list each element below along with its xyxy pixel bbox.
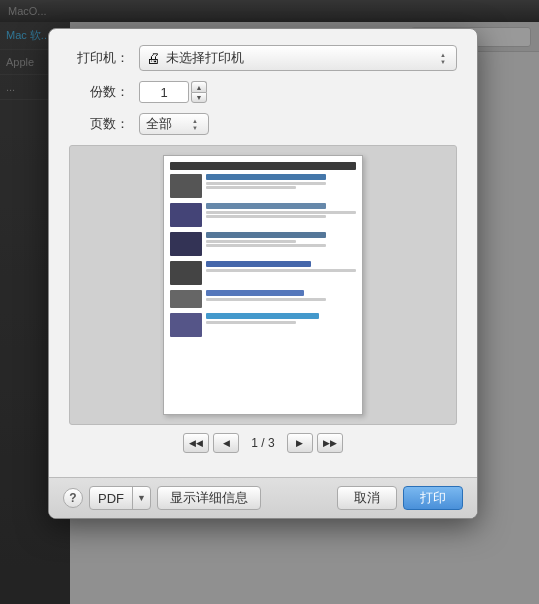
preview-row-4 xyxy=(170,261,356,285)
nav-controls: ◀◀ ◀ 1 / 3 ▶ ▶▶ xyxy=(69,433,457,453)
copies-decrement[interactable]: ▼ xyxy=(191,92,207,103)
preview-title-6 xyxy=(206,313,319,319)
nav-next-icon: ▶ xyxy=(296,438,303,448)
pages-row: 页数： 全部 xyxy=(69,113,457,135)
print-label: 打印 xyxy=(420,490,446,505)
preview-thumb-6 xyxy=(170,313,202,337)
print-dialog: 打印机： 🖨 未选择打印机 份数： ▲ ▼ 页数： 全部 xyxy=(48,28,478,519)
preview-line xyxy=(206,240,296,243)
preview-area xyxy=(69,145,457,425)
pages-select-arrow xyxy=(188,117,202,131)
printer-select-arrow xyxy=(436,51,450,65)
preview-text-4 xyxy=(206,261,356,273)
preview-row-1 xyxy=(170,174,356,198)
preview-thumb-5 xyxy=(170,290,202,308)
cancel-label: 取消 xyxy=(354,490,380,505)
pages-value: 全部 xyxy=(146,115,188,133)
preview-line xyxy=(206,186,296,189)
preview-thumb-3 xyxy=(170,232,202,256)
preview-line xyxy=(206,215,326,218)
preview-page xyxy=(163,155,363,415)
preview-line xyxy=(206,298,326,301)
preview-line xyxy=(206,182,326,185)
nav-last-button[interactable]: ▶▶ xyxy=(317,433,343,453)
pages-selector[interactable]: 全部 xyxy=(139,113,209,135)
preview-title-5 xyxy=(206,290,304,296)
nav-last-icon: ▶▶ xyxy=(323,438,337,448)
preview-title-2 xyxy=(206,203,326,209)
pdf-button-group[interactable]: PDF ▼ xyxy=(89,486,151,510)
copies-label: 份数： xyxy=(69,83,129,101)
nav-first-icon: ◀◀ xyxy=(189,438,203,448)
printer-selector[interactable]: 🖨 未选择打印机 xyxy=(139,45,457,71)
preview-thumb-4 xyxy=(170,261,202,285)
preview-line xyxy=(206,269,356,272)
details-button[interactable]: 显示详细信息 xyxy=(157,486,261,510)
dialog-body: 打印机： 🖨 未选择打印机 份数： ▲ ▼ 页数： 全部 xyxy=(49,29,477,477)
printer-icon: 🖨 xyxy=(146,50,160,66)
preview-title-3 xyxy=(206,232,326,238)
copies-row: 份数： ▲ ▼ xyxy=(69,81,457,103)
preview-title-1 xyxy=(206,174,326,180)
nav-next-button[interactable]: ▶ xyxy=(287,433,313,453)
copies-input-container: ▲ ▼ xyxy=(139,81,207,103)
cancel-button[interactable]: 取消 xyxy=(337,486,397,510)
preview-header-bar xyxy=(170,162,356,170)
preview-row-2 xyxy=(170,203,356,227)
copies-input[interactable] xyxy=(139,81,189,103)
help-icon: ? xyxy=(69,491,76,505)
preview-text-1 xyxy=(206,174,356,190)
preview-text-5 xyxy=(206,290,356,302)
preview-text-2 xyxy=(206,203,356,219)
copies-increment[interactable]: ▲ xyxy=(191,81,207,92)
nav-page-info: 1 / 3 xyxy=(243,436,282,450)
printer-row: 打印机： 🖨 未选择打印机 xyxy=(69,45,457,71)
preview-thumb-1 xyxy=(170,174,202,198)
preview-row-6 xyxy=(170,313,356,337)
preview-row-5 xyxy=(170,290,356,308)
preview-content xyxy=(170,162,356,337)
preview-text-3 xyxy=(206,232,356,248)
copies-stepper: ▲ ▼ xyxy=(191,81,207,103)
printer-label: 打印机： xyxy=(69,49,129,67)
preview-line xyxy=(206,244,326,247)
nav-first-button[interactable]: ◀◀ xyxy=(183,433,209,453)
details-label: 显示详细信息 xyxy=(170,490,248,505)
preview-title-4 xyxy=(206,261,311,267)
preview-line xyxy=(206,211,356,214)
pdf-label: PDF xyxy=(90,487,133,509)
pdf-dropdown-arrow[interactable]: ▼ xyxy=(133,487,150,509)
preview-text-6 xyxy=(206,313,356,325)
print-button[interactable]: 打印 xyxy=(403,486,463,510)
printer-name: 未选择打印机 xyxy=(166,49,436,67)
nav-prev-button[interactable]: ◀ xyxy=(213,433,239,453)
preview-row-3 xyxy=(170,232,356,256)
help-button[interactable]: ? xyxy=(63,488,83,508)
preview-line xyxy=(206,321,296,324)
dialog-bottom: ? PDF ▼ 显示详细信息 取消 打印 xyxy=(49,477,477,518)
preview-thumb-2 xyxy=(170,203,202,227)
nav-prev-icon: ◀ xyxy=(223,438,230,448)
pages-label: 页数： xyxy=(69,115,129,133)
